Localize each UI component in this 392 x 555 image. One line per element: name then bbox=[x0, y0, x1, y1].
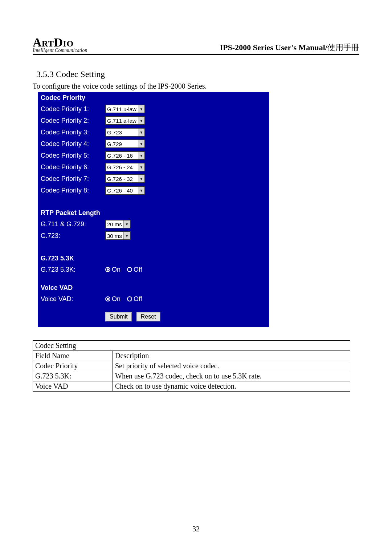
rtp-g723-select[interactable]: 30 ms ▼ bbox=[105, 231, 131, 240]
chevron-down-icon: ▼ bbox=[138, 117, 144, 124]
voice-vad-on-radio[interactable]: On bbox=[105, 295, 121, 303]
table-row: Codec Priority Set priority of selected … bbox=[33, 361, 350, 371]
g723-53k-row: G.723 5.3K: On Off bbox=[41, 264, 266, 275]
chevron-down-icon: ▼ bbox=[138, 140, 144, 147]
codec-priority-heading: Codec Priority bbox=[41, 94, 266, 102]
codec-priority-4-label: Codec Priority 4: bbox=[41, 140, 105, 148]
rtp-g711-g729-select[interactable]: 20 ms ▼ bbox=[105, 220, 131, 228]
radio-off-label: Off bbox=[134, 295, 142, 303]
rtp-packet-length-heading: RTP Packet Length bbox=[41, 209, 266, 217]
voice-vad-radio-group: On Off bbox=[105, 295, 142, 303]
codec-priority-3-label: Codec Priority 3: bbox=[41, 129, 105, 136]
codec-priority-6-value: G.726 - 24 bbox=[107, 164, 133, 170]
radio-off-icon bbox=[127, 267, 132, 272]
codec-priority-6-row: Codec Priority 6: G.726 - 24 ▼ bbox=[41, 161, 266, 173]
codec-priority-5-value: G.726 - 16 bbox=[107, 153, 133, 159]
g723-53k-label: G.723 5.3K: bbox=[41, 266, 105, 274]
codec-priority-2-label: Codec Priority 2: bbox=[41, 117, 105, 125]
codec-priority-5-row: Codec Priority 5: G.726 - 16 ▼ bbox=[41, 150, 266, 161]
table-row: Voice VAD Check on to use dynamic voice … bbox=[33, 381, 350, 392]
field-name-cell: Codec Priority bbox=[33, 361, 113, 371]
radio-off-icon bbox=[127, 296, 132, 301]
rtp-g723-value: 30 ms bbox=[107, 233, 122, 239]
document-title-bold: IPS-2000 Series User's Manual/ bbox=[220, 43, 327, 52]
codec-priority-1-label: Codec Priority 1: bbox=[41, 105, 105, 113]
codec-priority-2-row: Codec Priority 2: G.711 a-law ▼ bbox=[41, 115, 266, 126]
submit-button[interactable]: Submit bbox=[105, 312, 132, 321]
chevron-down-icon: ▼ bbox=[123, 232, 130, 239]
codec-priority-7-label: Codec Priority 7: bbox=[41, 175, 105, 183]
codec-priority-8-value: G.726 - 40 bbox=[107, 187, 133, 194]
codec-priority-1-row: Codec Priority 1: G.711 u-law ▼ bbox=[41, 103, 266, 115]
codec-priority-5-label: Codec Priority 5: bbox=[41, 152, 105, 159]
g723-53k-radio-group: On Off bbox=[105, 266, 142, 274]
codec-priority-2-select[interactable]: G.711 a-law ▼ bbox=[105, 116, 145, 125]
radio-off-label: Off bbox=[134, 266, 142, 274]
voice-vad-off-radio[interactable]: Off bbox=[127, 295, 142, 303]
field-name-cell: Voice VAD bbox=[33, 381, 113, 392]
button-row: Submit Reset bbox=[105, 312, 266, 321]
page-header: ArtDio Intelligent Communication IPS-200… bbox=[33, 36, 359, 55]
reset-button[interactable]: Reset bbox=[136, 312, 160, 321]
document-title: IPS-2000 Series User's Manual/使用手冊 bbox=[220, 42, 359, 53]
logo-text: ArtDio bbox=[33, 36, 87, 49]
codec-priority-8-row: Codec Priority 8: G.726 - 40 ▼ bbox=[41, 185, 266, 196]
description-table: Codec Setting Field Name Description Cod… bbox=[33, 340, 350, 392]
logo: ArtDio Intelligent Communication bbox=[33, 36, 87, 53]
rtp-g723-label: G.723: bbox=[41, 232, 105, 240]
radio-on-label: On bbox=[112, 266, 121, 274]
radio-on-icon bbox=[105, 267, 110, 272]
codec-priority-3-select[interactable]: G.723 ▼ bbox=[105, 128, 145, 137]
description-cell: Set priority of selected voice codec. bbox=[113, 361, 350, 371]
codec-priority-4-row: Codec Priority 4: G.729 ▼ bbox=[41, 138, 266, 150]
chevron-down-icon: ▼ bbox=[123, 220, 130, 228]
table-title-row: Codec Setting bbox=[33, 341, 350, 351]
section-intro: To configure the voice code settings of … bbox=[33, 82, 359, 90]
description-cell: Check on to use dynamic voice detection. bbox=[113, 381, 350, 392]
table-title: Codec Setting bbox=[33, 341, 350, 351]
codec-priority-8-select[interactable]: G.726 - 40 ▼ bbox=[105, 186, 145, 195]
codec-priority-1-select[interactable]: G.711 u-law ▼ bbox=[105, 105, 145, 113]
page-number: 32 bbox=[0, 525, 392, 533]
codec-priority-7-select[interactable]: G.726 - 32 ▼ bbox=[105, 174, 145, 183]
chevron-down-icon: ▼ bbox=[138, 105, 144, 113]
codec-priority-8-label: Codec Priority 8: bbox=[41, 187, 105, 194]
rtp-g711-g729-label: G.711 & G.729: bbox=[41, 220, 105, 228]
chevron-down-icon: ▼ bbox=[138, 187, 144, 194]
radio-on-icon bbox=[105, 296, 110, 301]
codec-priority-4-value: G.729 bbox=[107, 141, 122, 147]
document-title-rest: 使用手冊 bbox=[327, 43, 359, 52]
logo-tagline: Intelligent Communication bbox=[33, 48, 87, 53]
voice-vad-row: Voice VAD: On Off bbox=[41, 293, 266, 305]
chevron-down-icon: ▼ bbox=[138, 129, 144, 136]
g723-53k-off-radio[interactable]: Off bbox=[127, 266, 142, 274]
g723-53k-on-radio[interactable]: On bbox=[105, 266, 121, 274]
description-cell: When use G.723 codec, check on to use 5.… bbox=[113, 371, 350, 381]
codec-priority-3-value: G.723 bbox=[107, 129, 122, 135]
table-header-row: Field Name Description bbox=[33, 351, 350, 361]
col-field-name: Field Name bbox=[33, 351, 113, 361]
voice-vad-label: Voice VAD: bbox=[41, 295, 105, 303]
rtp-g711-g729-row: G.711 & G.729: 20 ms ▼ bbox=[41, 218, 266, 230]
field-name-cell: G.723 5.3K: bbox=[33, 371, 113, 381]
rtp-g711-g729-value: 20 ms bbox=[107, 221, 122, 227]
rtp-g723-row: G.723: 30 ms ▼ bbox=[41, 230, 266, 242]
chevron-down-icon: ▼ bbox=[138, 175, 144, 182]
codec-priority-6-select[interactable]: G.726 - 24 ▼ bbox=[105, 163, 145, 171]
codec-priority-2-value: G.711 a-law bbox=[107, 118, 136, 124]
codec-setting-panel: Codec Priority Codec Priority 1: G.711 u… bbox=[38, 92, 269, 327]
voice-vad-heading: Voice VAD bbox=[41, 284, 266, 292]
g723-53k-heading: G.723 5.3K bbox=[41, 255, 266, 262]
codec-priority-1-value: G.711 u-law bbox=[107, 106, 136, 112]
table-row: G.723 5.3K: When use G.723 codec, check … bbox=[33, 371, 350, 381]
codec-priority-4-select[interactable]: G.729 ▼ bbox=[105, 139, 145, 148]
col-description: Description bbox=[113, 351, 350, 361]
codec-priority-5-select[interactable]: G.726 - 16 ▼ bbox=[105, 151, 145, 160]
codec-priority-7-row: Codec Priority 7: G.726 - 32 ▼ bbox=[41, 173, 266, 185]
codec-priority-3-row: Codec Priority 3: G.723 ▼ bbox=[41, 126, 266, 138]
codec-priority-7-value: G.726 - 32 bbox=[107, 176, 133, 182]
radio-on-label: On bbox=[112, 295, 121, 303]
codec-priority-6-label: Codec Priority 6: bbox=[41, 163, 105, 171]
section-heading: 3.5.3 Codec Setting bbox=[36, 69, 359, 79]
chevron-down-icon: ▼ bbox=[138, 152, 144, 159]
